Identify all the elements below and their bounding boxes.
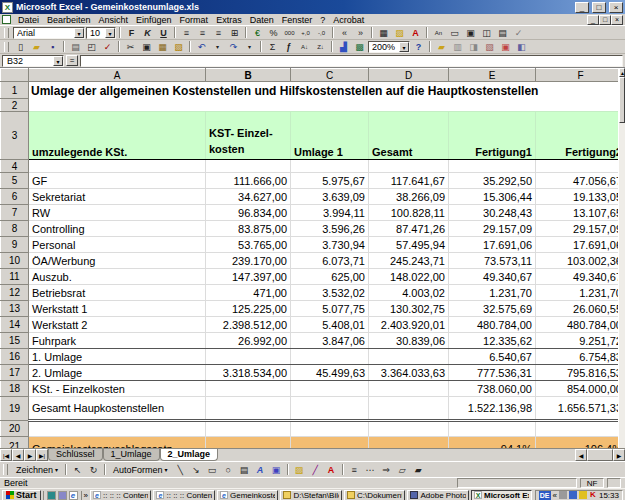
cell-C10[interactable]: 6.073,71 [291, 253, 369, 269]
row-header-7[interactable]: 7 [1, 205, 29, 221]
row-header-19[interactable]: 19 [1, 397, 29, 421]
bold-button[interactable]: F [124, 26, 139, 39]
spelling-icon[interactable]: ✓ [100, 40, 115, 53]
draw-line-color-icon[interactable]: ╱ [308, 463, 323, 476]
redo-icon[interactable]: ↷ [226, 40, 241, 53]
increase-decimal-icon[interactable]: +,0 [298, 26, 313, 39]
cell-D18[interactable] [369, 381, 449, 397]
cell-A2[interactable] [29, 99, 625, 112]
cell-E14[interactable]: 480.784,00 [449, 317, 536, 333]
cell-B16[interactable] [206, 349, 291, 365]
cell-D20[interactable] [369, 421, 449, 437]
cell-E17[interactable]: 777.536,31 [449, 365, 536, 381]
column-header-D[interactable]: D [369, 69, 449, 82]
cell-D7[interactable]: 100.828,11 [369, 205, 449, 221]
column-header-B[interactable]: B [206, 69, 291, 82]
cell-A5[interactable]: GF [29, 173, 206, 189]
custom-std-4-icon[interactable]: ▧ [482, 40, 497, 53]
cell-B6[interactable]: 34.627,00 [206, 189, 291, 205]
row-header-6[interactable]: 6 [1, 189, 29, 205]
cell-E20[interactable] [449, 421, 536, 437]
map-icon[interactable]: ▩ [352, 40, 367, 53]
zeichnen-menu[interactable]: Zeichnen▾ [12, 463, 62, 476]
free-rotate-icon[interactable]: ↻ [86, 463, 101, 476]
cell-A8[interactable]: Controlling [29, 221, 206, 237]
cell-D11[interactable]: 148.022,00 [369, 269, 449, 285]
cell-A6[interactable]: Sekretariat [29, 189, 206, 205]
cell-D5[interactable]: 117.641,67 [369, 173, 449, 189]
cell-A17[interactable]: 2. Umlage [29, 365, 206, 381]
menu-item-einfgen[interactable]: Einfügen [132, 15, 176, 25]
cell-F5[interactable]: 47.056,67 [536, 173, 625, 189]
threed-icon[interactable]: ▰ [411, 463, 426, 476]
font-name-select-arrow-icon[interactable]: ▾ [74, 28, 84, 38]
menu-item-daten[interactable]: Daten [246, 15, 278, 25]
language-indicator[interactable]: DE [539, 491, 551, 500]
sort-ascending-icon[interactable]: A↓ [297, 40, 312, 53]
cell-A9[interactable]: Personal [29, 237, 206, 253]
column-header-F[interactable]: F [536, 69, 625, 82]
custom-std-3-icon[interactable]: ◨ [466, 40, 481, 53]
cell-F6[interactable]: 19.133,05 [536, 189, 625, 205]
cell-F13[interactable]: 26.060,55 [536, 301, 625, 317]
cell-E8[interactable]: 29.157,09 [449, 221, 536, 237]
taskbar-task-2[interactable]: eGemeinkostenunla... [217, 490, 279, 500]
custom-std-6-icon[interactable]: ◧ [514, 40, 529, 53]
cell-F4[interactable] [536, 160, 625, 173]
chart-wizard-icon[interactable]: ▟ [336, 40, 351, 53]
taskbar-task-5[interactable]: Adobe Photoshop ... [407, 490, 469, 500]
cell-D12[interactable]: 4.003,02 [369, 285, 449, 301]
column-header-E[interactable]: E [449, 69, 536, 82]
cell-B7[interactable]: 96.834,00 [206, 205, 291, 221]
cell-C8[interactable]: 3.596,26 [291, 221, 369, 237]
custom-format-4-icon[interactable]: ▤ [495, 26, 510, 39]
cell-D21[interactable] [369, 437, 449, 449]
start-button[interactable]: Start [2, 490, 41, 500]
cell-C14[interactable]: 5.408,01 [291, 317, 369, 333]
font-name-select[interactable]: Arial▾ [13, 27, 85, 39]
cell-B10[interactable]: 239.170,00 [206, 253, 291, 269]
workbook-icon[interactable] [2, 15, 11, 24]
cell-A18[interactable]: KSt. - Einzelkosten [29, 381, 206, 397]
draw-line-icon[interactable]: ╲ [173, 463, 188, 476]
draw-fill-color-icon[interactable]: ▨ [292, 463, 307, 476]
align-left-icon[interactable]: ≡ [179, 26, 194, 39]
cell-E11[interactable]: 49.340,67 [449, 269, 536, 285]
row-header-20[interactable]: 20 [1, 421, 29, 437]
cell-C20[interactable] [291, 421, 369, 437]
custom-std-5-icon[interactable]: ▣ [498, 40, 513, 53]
row-header-10[interactable]: 10 [1, 253, 29, 269]
cell-F19[interactable]: 1.656.571,33 [536, 397, 625, 421]
cell-B12[interactable]: 471,00 [206, 285, 291, 301]
custom-std-1-icon[interactable]: ▰ [434, 40, 449, 53]
cell-A4[interactable] [29, 160, 206, 173]
tab-scroll-2-icon[interactable]: ▶ [24, 449, 36, 461]
sheet-tab-1_umlage[interactable]: 1_Umlage [103, 449, 160, 461]
cell-B17[interactable]: 3.318.534,00 [206, 365, 291, 381]
shadow-icon[interactable]: ▱ [395, 463, 410, 476]
cell-E18[interactable]: 738.060,00 [449, 381, 536, 397]
cell-A3[interactable]: umzulegende KSt. [29, 112, 206, 160]
cell-D15[interactable]: 30.839,06 [369, 333, 449, 349]
show-desktop-icon[interactable] [47, 491, 56, 500]
dash-style-icon[interactable]: ⋯ [363, 463, 378, 476]
italic-button[interactable]: K [140, 26, 155, 39]
menu-item-hilfe[interactable]: ? [316, 15, 329, 25]
thousands-icon[interactable]: 000 [282, 26, 297, 39]
cell-F20[interactable] [536, 421, 625, 437]
cell-E4[interactable] [449, 160, 536, 173]
decrease-decimal-icon[interactable]: -,0 [314, 26, 329, 39]
row-header-9[interactable]: 9 [1, 237, 29, 253]
cell-C13[interactable]: 5.077,75 [291, 301, 369, 317]
increase-indent-icon[interactable]: » [353, 26, 368, 39]
sheet-tab-2_umlage[interactable]: 2_Umlage [160, 449, 219, 461]
cell-E5[interactable]: 35.292,50 [449, 173, 536, 189]
open-icon[interactable]: ▰ [29, 40, 44, 53]
align-right-icon[interactable]: ≡ [211, 26, 226, 39]
cell-B9[interactable]: 53.765,00 [206, 237, 291, 253]
cell-D3[interactable]: Gesamt [369, 112, 449, 160]
sheet-tab-schlssel[interactable]: Schlüssel [48, 449, 103, 461]
cell-E7[interactable]: 30.248,43 [449, 205, 536, 221]
restore-button[interactable]: □ [592, 2, 606, 13]
row-header-5[interactable]: 5 [1, 173, 29, 189]
